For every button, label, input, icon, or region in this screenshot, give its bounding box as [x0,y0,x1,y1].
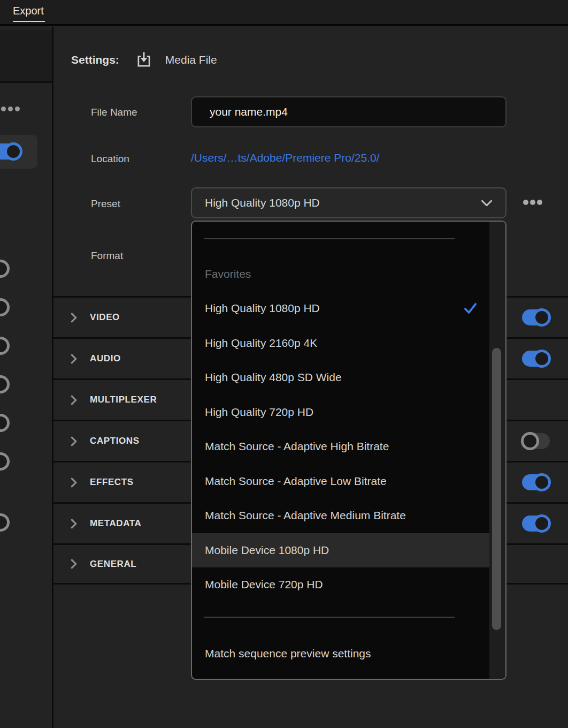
chevron-right-icon[interactable] [70,477,77,488]
menu-divider [204,238,455,239]
menu-group-label: Favorites [205,267,251,282]
menu-item-label: Mobile Device 1080p HD [205,544,329,557]
section-toggle[interactable] [522,474,550,490]
settings-header: Settings: Media File [71,49,217,71]
menu-item-match-sequence[interactable]: Match sequence preview settings [192,636,489,671]
chevron-right-icon[interactable] [70,436,77,447]
chevron-right-icon[interactable] [70,312,77,323]
section-label: METADATA [90,518,141,529]
menu-item-preset[interactable]: Match Source - Adaptive High Bitrate [192,429,489,464]
menu-item-preset[interactable]: High Quality 1080p HD [192,291,489,326]
tab-export[interactable]: Export [13,5,45,22]
section-toggle[interactable] [522,309,550,325]
menu-item-preset[interactable]: Match Source - Adaptive Medium Bitrate [192,498,489,533]
checkmark-icon [463,301,478,316]
destination-toggle[interactable] [0,143,21,160]
export-target-name: Media File [165,54,217,66]
menu-item-label: Match Source - Adaptive Medium Bitrate [205,509,406,522]
menu-item-preset[interactable]: High Quality 720p HD [192,395,489,430]
menu-item-label: High Quality 2160p 4K [205,337,317,350]
menu-item-preset[interactable]: Match Source - Adaptive Low Bitrate [192,464,489,499]
section-label: AUDIO [90,353,121,364]
preset-menu-list: High Quality 1080p HD High Quality 2160p… [192,291,489,602]
format-label: Format [91,250,123,262]
location-label: Location [91,153,129,165]
preset-dropdown-menu: Favorites High Quality 1080p HD High Qua… [191,221,506,680]
menu-item-label: Match Source - Adaptive Low Bitrate [205,475,387,488]
chevron-right-icon[interactable] [70,353,77,365]
menu-item-preset[interactable]: Mobile Device 1080p HD [192,533,489,568]
menu-item-preset[interactable]: High Quality 480p SD Wide [192,360,489,395]
chevron-right-icon[interactable] [70,395,77,406]
section-toggle[interactable] [522,515,550,532]
menu-item-preset[interactable]: High Quality 2160p 4K [192,326,489,361]
preset-more-options-icon[interactable] [523,200,542,205]
preset-label: Preset [91,198,120,210]
menu-item-label: High Quality 480p SD Wide [205,371,342,384]
chevron-down-icon [481,200,493,207]
menu-item-preset[interactable]: Mobile Device 720p HD [192,567,489,602]
section-label: EFFECTS [90,477,134,488]
export-dialog: Export Settings: Media File [0,0,568,728]
scrollbar-thumb[interactable] [492,348,501,630]
rail-header-box [0,30,52,83]
menu-item-label: Match Source - Adaptive High Bitrate [205,440,389,453]
top-bar: Export [0,0,568,26]
file-name-input[interactable] [191,96,506,127]
section-label: MULTIPLEXER [90,395,157,405]
section-toggle[interactable] [522,351,550,367]
settings-title: Settings: [71,54,119,66]
section-toggle[interactable] [522,433,550,449]
menu-item-label: High Quality 1080p HD [205,302,320,315]
chevron-right-icon[interactable] [70,518,77,529]
overflow-menu-icon[interactable] [1,107,20,111]
file-name-label: File Name [91,107,137,118]
destination-rail [0,27,52,728]
menu-item-label: High Quality 720p HD [205,406,313,419]
section-label: CAPTIONS [90,436,140,446]
scrollbar-track[interactable] [489,222,505,679]
menu-divider [204,617,455,618]
location-path-link[interactable]: /Users/…ts/Adobe/Premiere Pro/25.0/ [191,151,379,164]
chevron-right-icon[interactable] [70,558,77,570]
preset-dropdown-button[interactable]: High Quality 1080p HD [191,187,506,218]
media-file-icon [134,50,153,70]
preset-selected-value: High Quality 1080p HD [205,196,320,209]
selected-destination-item[interactable] [0,135,37,169]
menu-item-label: Mobile Device 720p HD [205,578,323,591]
section-label: GENERAL [90,559,136,570]
section-label: VIDEO [90,312,120,323]
